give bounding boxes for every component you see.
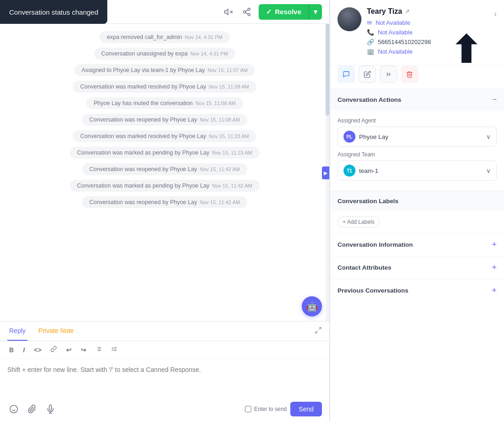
conversation-information-expand-icon: + [492,240,497,249]
conversation-labels-section: Conversation Labels + Add Labels [330,191,504,233]
resolve-chevron-icon: ▾ [314,8,317,16]
trash-icon [406,71,413,78]
contact-name-row: Teary Tiza ↗ [367,7,494,16]
attachment-icon [28,404,37,414]
status-toast: Conversation status changed [0,0,107,24]
team-dropdown-left: T1 team-1 [343,165,378,177]
private-note-tab[interactable]: Private Note [37,321,76,341]
enter-to-send-label: Enter to send [254,406,287,412]
svg-point-4 [244,11,246,13]
contact-name: Teary Tiza [367,7,402,16]
activity-message: Conversation was marked resolved by Phyo… [73,81,256,93]
redo-button[interactable]: ↪ [79,345,88,355]
link-button[interactable] [49,345,59,355]
team-initials: T1 [347,168,352,173]
unordered-list-button[interactable] [94,345,104,355]
emoji-button[interactable] [7,403,20,415]
expand-button[interactable] [315,327,322,336]
contact-phone: Not Available [378,29,413,36]
attachment-button[interactable] [26,403,39,415]
enter-to-send-checkbox[interactable] [245,406,251,412]
team-avatar: T1 [343,165,355,177]
agent-dropdown-chevron-icon: ∨ [486,133,491,140]
team-name: team-1 [359,167,378,174]
contact-phone-id: 5665144510202298 [378,39,431,45]
message-action-button[interactable] [338,66,355,83]
conversation-actions-content: Assigned Agent PL Phyoe Lay ∨ Assigned T… [330,110,504,191]
contact-address-row: 🏢 Not Available [367,48,494,55]
activity-message: Assigned to Phyoe Lay via team-1 by Phyo… [74,64,255,76]
conversation-actions-title: Conversation Actions [338,96,401,103]
italic-button[interactable]: I [21,345,27,355]
address-icon: 🏢 [367,48,374,55]
scrollbar-thumb[interactable] [326,24,329,116]
resolve-dropdown-button[interactable]: ▾ [309,4,322,20]
reply-footer: Enter to send Send [0,397,329,421]
activity-message: Phyoe Lay has muted the conversation Nov… [86,97,243,109]
phone-id-icon: 🔗 [367,39,374,45]
contact-actions [330,66,504,89]
forward-action-button[interactable] [380,66,397,83]
email-icon: ✉ [367,19,372,26]
share-icon [242,7,251,17]
svg-marker-0 [225,9,228,15]
team-dropdown[interactable]: T1 team-1 ∨ [338,161,497,181]
svg-point-3 [248,8,250,10]
send-button[interactable]: Send [290,402,322,416]
team-dropdown-chevron-icon: ∨ [486,167,491,174]
emoji-icon [9,404,18,414]
undo-button[interactable]: ↩ [64,345,73,355]
pencil-icon [364,71,371,78]
svg-point-5 [248,13,250,16]
messages-area[interactable]: expa removed call_for_admin Nov 14, 4:31… [0,24,329,321]
phone-icon: 📞 [367,29,374,36]
contact-email: Not Available [376,19,410,26]
code-button[interactable]: <> [32,345,43,355]
chat-icon [343,71,350,78]
contact-header: Teary Tiza ↗ ✉ Not Available 📞 Not Avail… [330,0,504,66]
contact-attributes-expand-icon: + [492,263,497,272]
svg-point-19 [10,405,18,413]
edit-action-button[interactable] [359,66,376,83]
mute-button[interactable] [222,6,235,18]
ai-assistant-button[interactable]: 🤖 [302,296,322,316]
bold-button[interactable]: B [7,345,16,355]
add-labels-button[interactable]: + Add Labels [338,216,380,227]
conversation-information-section[interactable]: Conversation Information + [330,233,504,256]
conversation-labels-content: + Add Labels [330,211,504,233]
right-sidebar: ⬆ Teary Tiza ↗ ✉ Not Available 📞 Not Ava… [330,0,504,421]
svg-line-7 [246,10,249,11]
ordered-list-button[interactable] [109,345,119,355]
resolve-checkmark-icon: ✓ [266,8,272,16]
activity-message: Conversation was reopened by Phyoe Lay N… [82,196,247,208]
reply-tab[interactable]: Reply [7,321,28,341]
conversation-actions-header[interactable]: Conversation Actions − [330,89,504,110]
resolve-label: Resolve [275,8,301,16]
sidebar-expand-button[interactable]: › [494,9,497,19]
contact-attributes-section[interactable]: Contact Attributes + [330,256,504,279]
resolve-button[interactable]: ✓ Resolve ▾ [259,4,322,20]
formatting-toolbar: B I <> ↩ ↪ [0,341,329,359]
footer-right-buttons: Enter to send Send [245,402,322,416]
conversation-labels-header[interactable]: Conversation Labels [330,191,504,211]
svg-line-8 [319,327,321,330]
resolve-main[interactable]: ✓ Resolve [259,4,309,20]
avatar-image [338,7,361,31]
delete-action-button[interactable] [401,66,418,83]
mute-icon [224,7,233,17]
scroll-nav-arrow[interactable]: ▶ [322,166,329,179]
agent-avatar: PL [343,131,355,143]
conversation-actions-toggle-icon: − [493,95,497,104]
expand-icon [315,327,322,334]
agent-name: Phyoe Lay [359,133,388,140]
activity-message: Conversation unassigned by expa Nov 14, … [94,48,235,60]
agent-dropdown[interactable]: PL Phyoe Lay ∨ [338,127,497,147]
header-icons [222,6,253,18]
previous-conversations-section[interactable]: Previous Conversations + [330,279,504,302]
external-link-icon[interactable]: ↗ [405,8,410,15]
previous-conversations-expand-icon: + [492,286,497,295]
share-button[interactable] [240,6,253,18]
message-input[interactable] [0,359,329,395]
audio-button[interactable] [44,403,57,415]
microphone-icon [46,404,55,414]
